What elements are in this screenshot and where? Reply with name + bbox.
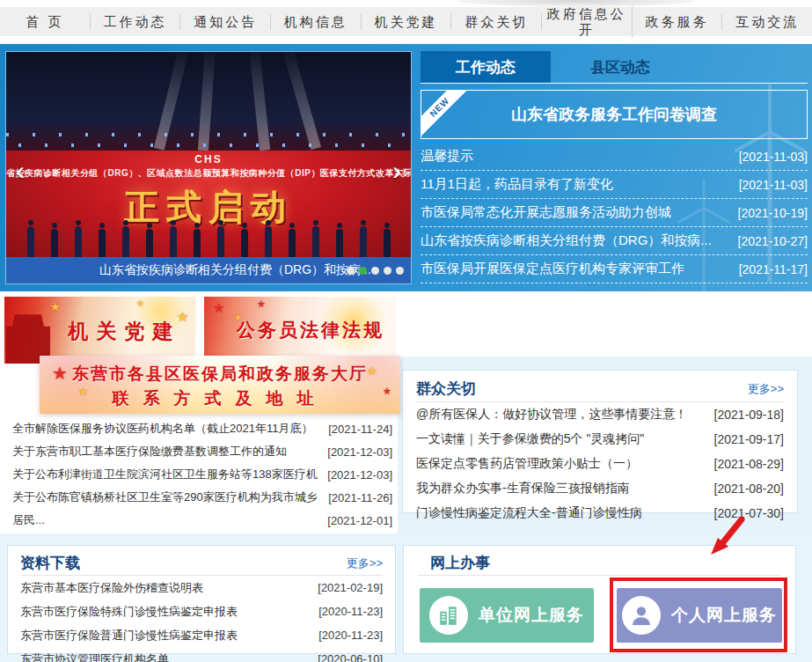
concern-date: [2021-07-30] [707, 506, 784, 520]
list-item: 关于公布陈官镇杨桥社区卫生室等290家医疗机构为我市城乡 [2021-11-26… [12, 486, 392, 509]
notice-date: [2021-11-26] [321, 491, 392, 504]
crowd-silhouettes [6, 218, 411, 257]
list-item: 东营市协议管理医疗机构名单 [2020-06-10] [20, 647, 383, 662]
nav-item-public-concern[interactable]: 群众关切 [451, 14, 542, 30]
news-link[interactable]: 山东省按疾病诊断相关分组付费（DRG）和按病... [421, 232, 712, 249]
concern-link[interactable]: 一文读懂｜关于参保缴费的5个 "灵魂拷问" [416, 431, 644, 447]
news-date: [2021-11-03] [732, 150, 808, 164]
concern-link[interactable]: 我为群众办实事-生育保险三孩报销指南 [416, 481, 630, 496]
notice-link[interactable]: 关于东营市职工基本医疗保险缴费基数调整工作的通知 [12, 444, 287, 460]
featured-survey-link[interactable]: NEW 山东省政务服务工作问卷调查 [421, 90, 808, 139]
civil-servant-law-banner[interactable]: ★ ★ ★ 公务员法律法规 [204, 297, 396, 364]
star-icon: ★ [78, 386, 88, 398]
unit-service-label: 单位网上服务 [479, 604, 584, 627]
news-date: [2021-10-19] [731, 206, 808, 220]
download-link[interactable]: 东营市医疗保险普通门诊慢性病鉴定申报表 [20, 628, 238, 644]
personal-service-label: 个人网上服务 [671, 604, 777, 627]
person-icon [622, 596, 661, 635]
list-item: 山东省按疾病诊断相关分组付费（DRG）和按病... [2021-10-27] [421, 227, 808, 255]
list-item: 我为群众办实事-生育保险三孩报销指南 [2021-08-20] [416, 476, 784, 501]
downloads-section: 资料下载 更多>> 东营市基本医疗保险外伤稽查说明表 [2021-02-19] … [7, 545, 396, 654]
carousel-next-icon[interactable]: › [387, 156, 406, 188]
list-item: 东营市基本医疗保险外伤稽查说明表 [2021-02-19] [20, 576, 383, 599]
list-item: 医保定点零售药店管理政策小贴士（一） [2021-08-29] [416, 452, 784, 476]
carousel: CHS 省按疾病诊断相关分组（DRG）、区域点数法总额预算和按病种分值（DIP）… [5, 51, 412, 284]
concern-link[interactable]: @所有医保人：做好协议管理，这些事情要注意！ [416, 407, 687, 423]
nav-item-org-info[interactable]: 机构信息 [271, 14, 362, 30]
notice-list: 全市解除医保服务协议医药机构名单（截止2021年11月底） [2021-11-2… [12, 417, 392, 532]
party-building-banner[interactable]: ★ ★ ★ 机关党建 [4, 297, 195, 364]
public-concern-section: 群众关切 更多>> @所有医保人：做好协议管理，这些事情要注意！ [2021-0… [402, 370, 798, 513]
list-item: 居民... [2021-12-01] [12, 509, 392, 532]
list-item: 一文读懂｜关于参保缴费的5个 "灵魂拷问" [2021-09-17] [416, 427, 784, 452]
carousel-dot[interactable] [396, 267, 404, 275]
nav-item-work-news[interactable]: 工作动态 [91, 14, 181, 30]
building-icon [429, 596, 468, 635]
news-link[interactable]: 11月1日起，药品目录有了新变化 [421, 176, 613, 193]
notice-date: [2021-12-01] [320, 514, 392, 527]
star-icon: ★ [52, 363, 68, 384]
nav-item-home[interactable]: 首 页 [0, 14, 91, 30]
nav-item-party[interactable]: 机关党建 [362, 14, 452, 30]
unit-online-service-button[interactable]: 单位网上服务 [420, 588, 594, 643]
news-link[interactable]: 温馨提示 [421, 148, 473, 165]
list-item: 全市解除医保服务协议医药机构名单（截止2021年11月底） [2021-11-2… [12, 417, 392, 440]
carousel-dot[interactable] [371, 267, 379, 275]
party-banner-label: 机关党建 [29, 318, 195, 345]
main-nav: 首 页 工作动态 通知公告 机构信息 机关党建 群众关切 政府信息公开 政务服务… [0, 7, 812, 36]
download-date: [2020-11-23] [311, 629, 383, 642]
notice-date: [2021-11-24] [321, 423, 392, 436]
concern-date: [2021-08-20] [707, 482, 784, 496]
notice-link[interactable]: 全市解除医保服务协议医药机构名单（截止2021年11月底） [12, 421, 312, 437]
tab-county-news[interactable]: 县区动态 [563, 51, 677, 83]
notice-date: [2021-12-03] [320, 468, 392, 482]
download-date: [2020-11-23] [311, 605, 383, 618]
concern-date: [2021-09-18] [707, 408, 784, 422]
news-tabs: 工作动态 县区动态 [421, 51, 808, 84]
star-icon: ★ [50, 300, 61, 313]
personal-online-service-button[interactable]: 个人网上服务 [617, 588, 782, 643]
slide-photo-audience [6, 52, 411, 151]
list-item: 东营市医疗保险普通门诊慢性病鉴定申报表 [2020-11-23] [20, 623, 383, 647]
star-icon: ★ [136, 298, 144, 308]
news-date: [2021-10-27] [731, 234, 808, 248]
carousel-caption[interactable]: 山东省按疾病诊断相关分组付费（DRG）和按病... [99, 262, 371, 278]
download-date: [2021-02-19] [311, 581, 383, 594]
news-link[interactable]: 市医保局常态化开展志愿服务活动助力创城 [421, 204, 671, 221]
list-item: 关于公布利津街道卫生院滨河社区卫生服务站等138家医疗机 [2021-12-03… [12, 463, 392, 486]
concern-link[interactable]: 门诊慢性病鉴定流程大全-普通门诊慢性病 [416, 505, 642, 521]
nav-item-interaction[interactable]: 互动交流 [722, 14, 812, 30]
list-item: 11月1日起，药品目录有了新变化 [2021-11-03] [421, 171, 808, 199]
carousel-dot[interactable] [347, 267, 355, 275]
more-link[interactable]: 更多>> [347, 555, 383, 571]
notice-date: [2021-12-03] [320, 445, 392, 459]
download-link[interactable]: 东营市基本医疗保险外伤稽查说明表 [20, 580, 203, 596]
new-badge-icon: NEW [421, 90, 470, 139]
notice-link[interactable]: 关于公布陈官镇杨桥社区卫生室等290家医疗机构为我市城乡 [12, 489, 318, 505]
download-link[interactable]: 东营市医疗保险特殊门诊慢性病鉴定申报表 [20, 604, 238, 620]
nav-item-gov-service[interactable]: 政务服务 [633, 14, 723, 30]
carousel-prev-icon[interactable]: ‹ [11, 156, 30, 188]
download-link[interactable]: 东营市协议管理医疗机构名单 [20, 651, 169, 662]
contact-banner-line2: 联系方式及地址 [40, 387, 400, 410]
list-item: 关于东营市职工基本医疗保险缴费基数调整工作的通知 [2021-12-03] [12, 440, 392, 463]
news-date: [2021-11-03] [732, 178, 808, 192]
download-date: [2020-06-10] [311, 652, 383, 662]
notice-link[interactable]: 居民... [12, 512, 45, 528]
star-icon: ★ [383, 386, 391, 397]
list-item: @所有医保人：做好协议管理，这些事情要注意！ [2021-09-18] [416, 402, 784, 427]
notice-link[interactable]: 关于公布利津街道卫生院滨河社区卫生服务站等138家医疗机 [12, 467, 318, 482]
carousel-dot-active[interactable] [359, 267, 367, 275]
concern-link[interactable]: 医保定点零售药店管理政策小贴士（一） [416, 456, 638, 472]
nav-item-gov-info[interactable]: 政府信息公开 [542, 6, 633, 38]
tab-work-news[interactable]: 工作动态 [421, 51, 551, 83]
nav-item-notices[interactable]: 通知公告 [180, 14, 271, 30]
contact-banner-line1: 东营市各县区医保局和政务服务大厅 [40, 363, 400, 386]
featured-title: 山东省政务服务工作问卷调查 [511, 104, 717, 125]
news-link[interactable]: 市医保局开展医保定点医疗机构专家评审工作 [421, 261, 684, 277]
list-item: 市医保局开展医保定点医疗机构专家评审工作 [2021-11-17] [421, 255, 808, 283]
contact-info-banner[interactable]: ★ ★ ★ ★ 东营市各县区医保局和政务服务大厅 联系方式及地址 [40, 356, 400, 414]
carousel-dot[interactable] [384, 267, 391, 275]
concern-date: [2021-09-17] [707, 432, 784, 446]
more-link[interactable]: 更多>> [748, 381, 784, 397]
